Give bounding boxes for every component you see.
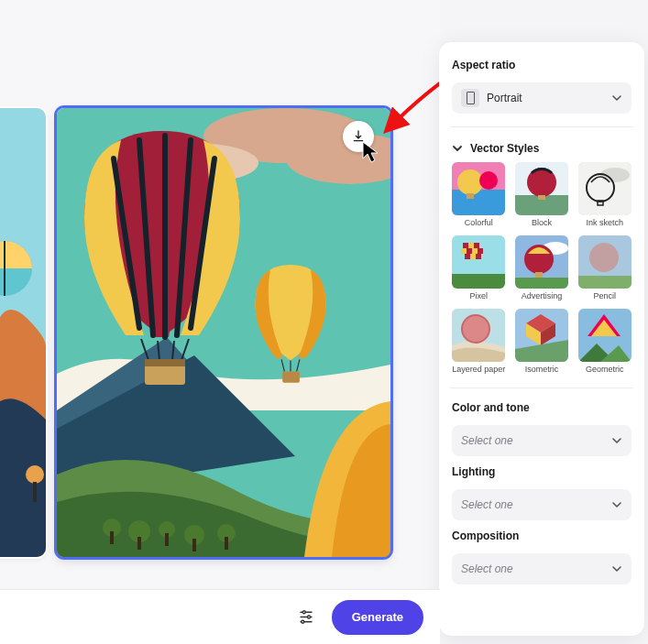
svg-rect-51	[461, 248, 467, 254]
style-tile-geometric[interactable]: Geometric	[577, 309, 632, 375]
svg-rect-53	[472, 248, 478, 254]
svg-rect-38	[467, 193, 474, 199]
style-tile-pencil[interactable]: Pencil	[577, 235, 632, 301]
style-tile-colorful[interactable]: Colorful	[452, 162, 506, 228]
svg-rect-56	[470, 254, 476, 259]
chevron-down-icon	[611, 499, 622, 510]
color-tone-placeholder: Select one	[461, 434, 513, 447]
style-tile-advertising[interactable]: Advertising	[515, 235, 569, 301]
portrait-orientation-icon	[461, 89, 479, 107]
composition-group: Composition Select one	[452, 529, 632, 584]
svg-rect-54	[478, 248, 483, 254]
style-label: Ink sketch	[586, 219, 623, 228]
composition-select[interactable]: Select one	[452, 553, 632, 584]
svg-point-3	[26, 465, 44, 484]
style-label: Advertising	[522, 292, 563, 301]
svg-rect-14	[165, 533, 169, 546]
composition-placeholder: Select one	[461, 562, 513, 575]
result-image-main[interactable]	[57, 108, 390, 557]
vector-styles-accordion[interactable]: Vector Styles	[452, 140, 632, 157]
style-tile-pixel[interactable]: Pixel	[452, 235, 506, 301]
svg-rect-1	[0, 108, 46, 346]
aspect-ratio-select[interactable]: Portrait	[452, 82, 632, 114]
color-tone-title: Color and tone	[452, 401, 632, 414]
lighting-placeholder: Select one	[461, 498, 513, 511]
style-label: Pixel	[470, 292, 489, 301]
vector-styles-title: Vector Styles	[470, 142, 539, 155]
svg-rect-35	[452, 190, 505, 215]
sliders-icon	[298, 607, 314, 628]
generate-label: Generate	[352, 610, 403, 624]
vector-styles-grid: Colorful Block Ink sketch	[452, 162, 632, 375]
svg-point-37	[479, 171, 498, 190]
svg-rect-18	[225, 537, 228, 550]
color-tone-select[interactable]: Select one	[452, 425, 632, 456]
lighting-group: Lighting Select one	[452, 465, 632, 520]
svg-rect-42	[538, 195, 545, 200]
result-thumb-previous[interactable]	[0, 108, 46, 557]
svg-point-81	[307, 616, 310, 618]
style-tile-ink-sketch[interactable]: Ink sketch	[577, 162, 632, 228]
style-tile-layered-paper[interactable]: Layered paper	[452, 309, 506, 375]
svg-rect-57	[476, 254, 481, 259]
svg-point-65	[589, 243, 619, 272]
svg-rect-10	[110, 531, 114, 544]
color-tone-group: Color and tone Select one	[452, 401, 632, 456]
generation-options-panel: Aspect ratio Portrait Vector Styles	[439, 42, 644, 636]
lighting-select[interactable]: Select one	[452, 489, 632, 520]
svg-rect-29	[145, 359, 185, 366]
divider	[450, 387, 633, 388]
composition-title: Composition	[452, 529, 632, 542]
style-label: Pencil	[593, 292, 616, 301]
svg-rect-12	[137, 537, 141, 550]
svg-rect-62	[535, 272, 543, 278]
style-thumb	[452, 162, 505, 215]
style-thumb	[578, 162, 632, 215]
style-thumb	[578, 309, 632, 362]
svg-rect-48	[463, 243, 468, 248]
generate-button[interactable]: Generate	[332, 600, 423, 635]
svg-rect-55	[465, 254, 470, 259]
svg-rect-49	[468, 243, 474, 248]
aspect-ratio-value: Portrait	[487, 92, 522, 104]
svg-point-79	[302, 610, 305, 613]
svg-rect-50	[474, 243, 479, 248]
svg-rect-33	[282, 372, 300, 383]
svg-rect-16	[192, 539, 196, 551]
chevron-down-icon	[611, 435, 622, 446]
style-label: Block	[532, 219, 552, 228]
svg-rect-4	[33, 482, 37, 502]
vector-styles-group: Vector Styles Colorful Block	[452, 140, 632, 375]
canvas-area	[0, 0, 440, 595]
style-thumb	[452, 309, 505, 362]
style-thumb	[578, 235, 632, 289]
chevron-down-icon	[611, 93, 622, 104]
style-tile-block[interactable]: Block	[515, 162, 569, 228]
lighting-title: Lighting	[452, 465, 632, 478]
style-thumb	[515, 162, 568, 215]
style-thumb	[452, 235, 505, 289]
svg-rect-68	[578, 276, 632, 289]
style-label: Layered paper	[452, 366, 505, 375]
aspect-ratio-group: Aspect ratio Portrait	[452, 59, 632, 114]
bottom-toolbar: Generate	[0, 589, 440, 644]
prompt-settings-button[interactable]	[293, 605, 319, 630]
aspect-ratio-title: Aspect ratio	[452, 59, 632, 71]
download-icon	[351, 129, 366, 144]
divider	[450, 126, 633, 127]
style-thumb	[515, 309, 568, 362]
style-label: Colorful	[465, 219, 493, 228]
svg-rect-63	[515, 278, 568, 289]
download-button[interactable]	[343, 121, 374, 152]
svg-rect-58	[452, 274, 505, 289]
style-tile-isometric[interactable]: Isometric	[515, 309, 569, 375]
style-label: Isometric	[525, 366, 559, 375]
chevron-down-icon	[611, 563, 622, 574]
svg-rect-52	[467, 248, 472, 254]
chevron-down-icon	[452, 143, 463, 154]
svg-point-36	[457, 169, 483, 195]
style-thumb	[515, 235, 568, 289]
svg-point-83	[301, 620, 303, 623]
style-label: Geometric	[586, 366, 624, 375]
